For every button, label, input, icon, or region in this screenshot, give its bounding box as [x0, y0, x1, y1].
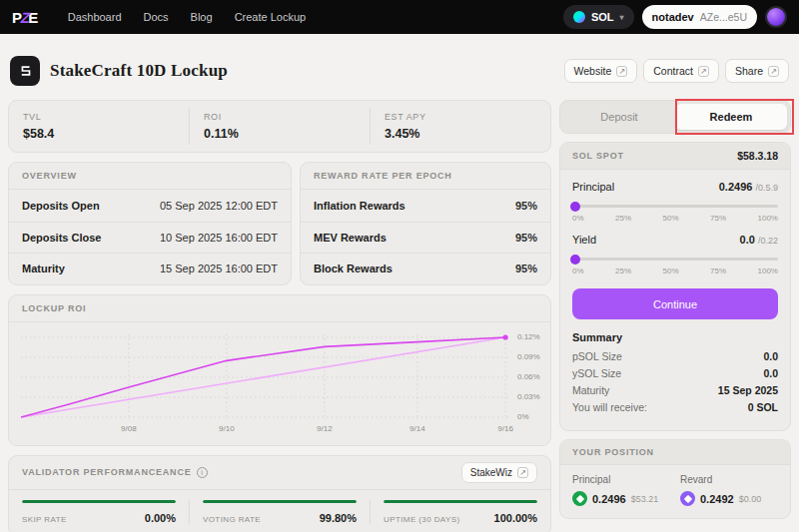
sol-spot-label: SOL SPOT [572, 151, 624, 161]
deposits-open-label: Deposits Open [22, 200, 100, 212]
roi-chart-x-axis: 9/08 9/10 9/12 9/14 9/16 [21, 424, 510, 439]
lockup-roi-title: LOCKUP ROI [22, 303, 86, 313]
principal-amount-row: Principal 0.2496 /0.5.9 [572, 181, 778, 193]
principal-slider[interactable] [572, 201, 778, 212]
stats-card: TVL $58.4 ROI 0.11% EST APY 3.45% [8, 100, 551, 153]
inflation-rewards-value: 95% [515, 200, 537, 212]
stat-est-apy-label: EST APY [385, 112, 536, 122]
wallet-name: notadev [652, 11, 694, 23]
deposits-close-row: Deposits Close 10 Sep 2025 16:00 EDT [9, 222, 291, 254]
deposits-open-value: 05 Sep 2025 12:00 EDT [160, 200, 278, 212]
nav-docs[interactable]: Docs [144, 11, 169, 23]
sol-token-icon [573, 11, 585, 23]
voting-rate-label: VOTING RATE [203, 515, 261, 524]
tick-100[interactable]: 100% [757, 214, 777, 223]
share-button[interactable]: Share ↗ [725, 59, 789, 83]
ysol-size-value: 0.0 [763, 367, 778, 379]
share-label: Share [735, 65, 763, 77]
title-group: StakeCraft 10D Lockup [10, 56, 228, 86]
tick-50[interactable]: 50% [663, 266, 679, 275]
tab-redeem[interactable]: Redeem [675, 104, 787, 130]
roi-chart: 0.12% 0.09% 0.06% 0.03% 0% [9, 322, 550, 420]
nav-create-lockup[interactable]: Create Lockup [235, 11, 307, 23]
external-link-icon: ↗ [768, 66, 779, 77]
wallet-button[interactable]: notadev AZe...e5U [642, 5, 757, 29]
mev-rewards-row: MEV Rewards 95% [301, 222, 550, 254]
wallet-address: AZe...e5U [700, 11, 747, 23]
tick-100[interactable]: 100% [757, 266, 777, 275]
website-button[interactable]: Website ↗ [564, 59, 638, 83]
your-position-title: YOUR POSITION [572, 447, 654, 457]
x-tick: 9/10 [219, 424, 235, 433]
reward-rate-card: REWARD RATE PER EPOCH Inflation Rewards … [300, 162, 551, 285]
left-column: TVL $58.4 ROI 0.11% EST APY 3.45% OVERVI… [8, 100, 551, 532]
position-reward: Revard 0.2492 $0.00 [680, 474, 778, 506]
tick-50[interactable]: 50% [663, 214, 679, 223]
psol-size-label: pSOL Size [572, 350, 622, 362]
y-tick: 0.03% [517, 392, 540, 401]
y-tick: 0% [517, 412, 529, 421]
position-reward-usd: $0.00 [739, 494, 762, 504]
summary-maturity-value: 15 Sep 2025 [718, 384, 778, 396]
stat-tvl-label: TVL [23, 112, 175, 122]
reward-rate-card-header: REWARD RATE PER EPOCH [301, 163, 550, 190]
nav-blog[interactable]: Blog [191, 11, 213, 23]
stakewiz-link-button[interactable]: StakeWiz ↗ [461, 462, 537, 483]
tick-75[interactable]: 75% [710, 266, 726, 275]
right-column: Deposit Redeem SOL SPOT $58.3.18 Princip… [559, 100, 791, 519]
tick-25[interactable]: 25% [615, 266, 631, 275]
yield-slider-track[interactable] [572, 258, 778, 261]
yield-amount-row: Yield 0.0 /0.22 [572, 234, 778, 246]
block-rewards-value: 95% [515, 263, 537, 274]
chevron-down-icon: ▾ [620, 13, 624, 22]
topnav-right: SOL ▾ notadev AZe...e5U [563, 5, 787, 29]
stat-est-apy: EST APY 3.45% [370, 108, 550, 145]
x-tick: 9/14 [409, 424, 425, 433]
info-icon[interactable]: i [197, 467, 208, 478]
tick-0[interactable]: 0% [572, 266, 584, 275]
position-principal-label: Principal [572, 474, 670, 485]
tick-0[interactable]: 0% [572, 214, 584, 223]
yield-slider[interactable] [572, 254, 778, 265]
mev-rewards-value: 95% [515, 232, 537, 244]
uptime-value: 100.00% [494, 512, 537, 524]
overview-title: OVERVIEW [22, 171, 77, 181]
yield-slider-knob[interactable] [570, 255, 580, 265]
summary-section: Summary pSOL Size 0.0 ySOL Size 0.0 Matu… [572, 331, 778, 413]
brand-logo[interactable]: P Z E [12, 9, 38, 26]
network-selector[interactable]: SOL ▾ [563, 5, 634, 29]
validator-title: VALIDATOR PERFORMANCEANCE [22, 467, 192, 477]
tick-75[interactable]: 75% [710, 214, 726, 223]
tick-25[interactable]: 25% [615, 214, 631, 223]
page-title: StakeCraft 10D Lockup [50, 61, 228, 81]
stat-roi: ROI 0.11% [189, 108, 370, 145]
deposits-open-row: Deposits Open 05 Sep 2025 12:00 EDT [9, 190, 291, 222]
maturity-value: 15 Sep 2025 16:00 EDT [160, 263, 278, 274]
contract-label: Contract [653, 65, 693, 77]
summary-title: Summary [572, 331, 778, 343]
validator-card-header: VALIDATOR PERFORMANCEANCE i StakeWiz ↗ [9, 456, 550, 490]
avatar[interactable] [765, 6, 787, 28]
summary-maturity-row: Maturity 15 Sep 2025 [572, 384, 778, 396]
skip-rate-label: SKIP RATE [22, 515, 67, 524]
sol-spot-value: $58.3.18 [737, 150, 778, 162]
top-nav: P Z E Dashboard Docs Blog Create Lockup … [0, 0, 799, 34]
principal-slider-track[interactable] [572, 205, 778, 208]
summary-maturity-label: Maturity [572, 384, 609, 396]
continue-button[interactable]: Continue [572, 288, 778, 319]
principal-label: Principal [572, 181, 614, 193]
contract-button[interactable]: Contract ↗ [643, 59, 719, 83]
stat-roi-label: ROI [204, 112, 356, 122]
maturity-label: Maturity [22, 263, 65, 274]
network-label: SOL [591, 11, 614, 23]
main-grid: TVL $58.4 ROI 0.11% EST APY 3.45% OVERVI… [8, 100, 791, 532]
x-tick: 9/12 [317, 424, 333, 433]
skip-rate-bar [22, 500, 176, 503]
tab-deposit[interactable]: Deposit [563, 104, 675, 130]
principal-slider-knob[interactable] [570, 202, 580, 212]
x-tick: 9/08 [121, 424, 137, 433]
metric-skip-rate: SKIP RATE 0.00% [9, 500, 189, 524]
roi-chart-plot [21, 334, 510, 420]
principal-value: 0.2496 [719, 181, 753, 193]
nav-dashboard[interactable]: Dashboard [68, 11, 122, 23]
